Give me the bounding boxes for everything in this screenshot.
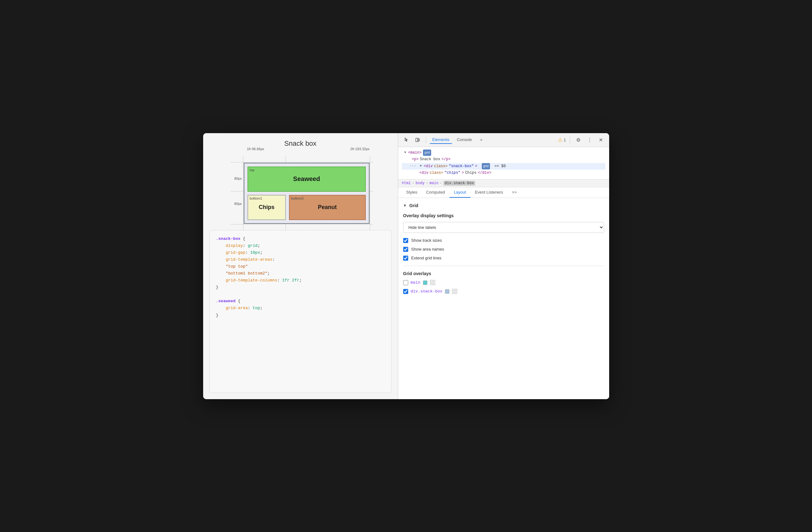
main-grid-icon[interactable] (430, 280, 436, 285)
dashed-line-top (231, 162, 373, 163)
grid-demo-wrapper: 1fr·96.66px 2fr·193.32px 80px 80px (234, 154, 366, 224)
toolbar-separator (426, 136, 426, 143)
bc-main[interactable]: main (430, 181, 439, 185)
dom-attr-class: class= (434, 163, 448, 170)
more-tabs-button[interactable]: » (477, 135, 485, 144)
warning-icon: ⚠ (558, 137, 562, 143)
bc-div-snackbox[interactable]: div.snack-box (444, 181, 476, 186)
svg-rect-3 (433, 280, 435, 282)
checkbox-main-overlay[interactable] (403, 280, 408, 285)
chips-name: Chips (259, 204, 275, 211)
overlay-row-main: main (403, 280, 604, 285)
toolbar-separator2 (570, 136, 570, 143)
checkbox-snackbox-overlay[interactable] (403, 289, 408, 294)
peanut-name: Peanut (318, 204, 337, 211)
tab-computed[interactable]: Computed (422, 187, 449, 198)
grid-item-seaweed: top Seaweed (247, 167, 366, 192)
css-block1: .snack-box { display: grid; grid-gap: 10… (216, 236, 385, 291)
dashed-line-right (370, 156, 370, 230)
tab-event-listeners[interactable]: Event Listeners (470, 187, 508, 198)
dashed-line-bottom (231, 224, 373, 224)
dom-tag-div-close-bracket: > (475, 163, 477, 170)
snackbox-grid-icon[interactable] (452, 289, 458, 294)
checkbox-extend-lines: Extend grid lines (403, 256, 604, 261)
grid-item-chips: bottom1 Chips (247, 195, 286, 220)
more-options-button[interactable]: ⋮ (585, 135, 594, 144)
dom-line-p[interactable]: <p> Snack box </p> (402, 156, 605, 163)
css-string-bottom: "bottom1 bottom2" (226, 271, 267, 276)
checkbox-track-sizes-input[interactable] (403, 238, 408, 243)
checkbox-extend-lines-input[interactable] (403, 256, 408, 261)
dom-attr-class-chips: class= (430, 170, 443, 177)
col2-track-label: 2fr·193.32px (350, 147, 369, 151)
dom-line-chips[interactable]: <div class= "chips" > Chips </div> (402, 170, 605, 177)
tab-layout[interactable]: Layout (449, 187, 470, 198)
svg-rect-4 (430, 283, 432, 285)
grid-overlays-section: Grid overlays main (403, 271, 604, 294)
overlay-label-snackbox: div.snack-box (411, 289, 443, 294)
peanut-area-label: bottom2 (291, 196, 304, 200)
css-prop-area: grid-area (226, 306, 248, 310)
tab-styles[interactable]: Styles (402, 187, 422, 198)
inspect-button[interactable] (402, 135, 411, 144)
grid-container: top Seaweed bottom1 Chips bottom2 Peanut (244, 163, 369, 224)
col1-track-label: 1fr·96.66px (247, 147, 264, 151)
warning-count: 1 (564, 138, 566, 142)
bc-html[interactable]: html (402, 181, 411, 185)
line-labels-dropdown[interactable]: Hide line labels Show line numbers Show … (403, 222, 604, 233)
dom-tag-p-close: </p> (441, 156, 451, 163)
dom-attr-val-snackbox: "snack-box" (449, 163, 474, 170)
css-prop-areas: grid-template-areas (226, 257, 272, 262)
svg-rect-9 (455, 292, 457, 294)
devtools-toolbar: Elements Console » ⚠ 1 ⚙ ⋮ ✕ (398, 133, 609, 147)
checkbox-track-sizes: Show track sizes (403, 238, 604, 243)
panel-content: ▼ Grid Overlay display settings Hide lin… (398, 198, 609, 399)
breadcrumb: html › body › main › div.snack-box (398, 179, 609, 187)
seaweed-area-label: top (250, 168, 255, 172)
svg-rect-1 (418, 139, 420, 141)
svg-rect-6 (452, 289, 454, 291)
row2-track-label: 80px (234, 191, 244, 216)
main-color-swatch[interactable] (423, 280, 427, 285)
tab-console[interactable]: Console (454, 136, 475, 144)
css-block2: .seaweed { grid-area: top; } (216, 298, 385, 319)
overlay-settings-title: Overlay display settings (403, 213, 604, 218)
dom-tag-p: <p> (412, 156, 419, 163)
dom-ellipsis: ··· (409, 163, 416, 170)
checkbox-area-names-label: Show area names (411, 247, 444, 252)
grid-collapse-arrow[interactable]: ▼ (403, 204, 407, 208)
svg-rect-5 (433, 283, 435, 285)
left-panel: Snack box 1fr·96.66px 2fr·193.32px 80px … (203, 133, 398, 399)
bc-body[interactable]: body (416, 181, 425, 185)
dom-line-snackbox[interactable]: ··· ▼ <div class= "snack-box" > grid == … (402, 163, 605, 170)
dom-triangle-snackbox: ▼ (420, 163, 422, 169)
checkbox-extend-lines-label: Extend grid lines (411, 256, 441, 260)
row1-track-label: 80px (234, 166, 244, 191)
tab-elements[interactable]: Elements (430, 136, 452, 144)
css-prop-cols: grid-template-columns (226, 278, 277, 283)
tab-more[interactable]: >> (508, 187, 521, 198)
overlay-settings: Overlay display settings Hide line label… (403, 213, 604, 261)
settings-button[interactable]: ⚙ (574, 135, 583, 144)
panel-tabs: Styles Computed Layout Event Listeners >… (398, 187, 609, 198)
dom-line-main[interactable]: ▼ <main> grid (402, 150, 605, 156)
chips-area-label: bottom1 (250, 196, 262, 200)
snackbox-color-swatch[interactable] (445, 289, 449, 294)
svg-rect-7 (455, 289, 457, 291)
page-title: Snack box (209, 139, 392, 148)
dom-tag-main: <main> (408, 150, 422, 156)
seaweed-name: Seaweed (293, 175, 320, 183)
devtools-panel: Elements Console » ⚠ 1 ⚙ ⋮ ✕ ▼ <main> gr… (398, 133, 609, 399)
dom-tree: ▼ <main> grid <p> Snack box </p> ··· ▼ <… (398, 147, 609, 179)
grid-item-peanut: bottom2 Peanut (289, 195, 366, 220)
close-button[interactable]: ✕ (597, 135, 605, 144)
dom-attr-val-chips: "chips" (445, 170, 460, 177)
device-button[interactable] (413, 135, 422, 144)
grid-section-header: ▼ Grid (403, 203, 604, 208)
css-selector-snackbox: .snack-box (216, 236, 241, 241)
checkbox-area-names: Show area names (403, 247, 604, 252)
grid-overlays-title: Grid overlays (403, 271, 604, 276)
overlay-label-main: main (411, 280, 420, 285)
checkbox-area-names-input[interactable] (403, 247, 408, 252)
dom-triangle-main: ▼ (404, 150, 406, 155)
